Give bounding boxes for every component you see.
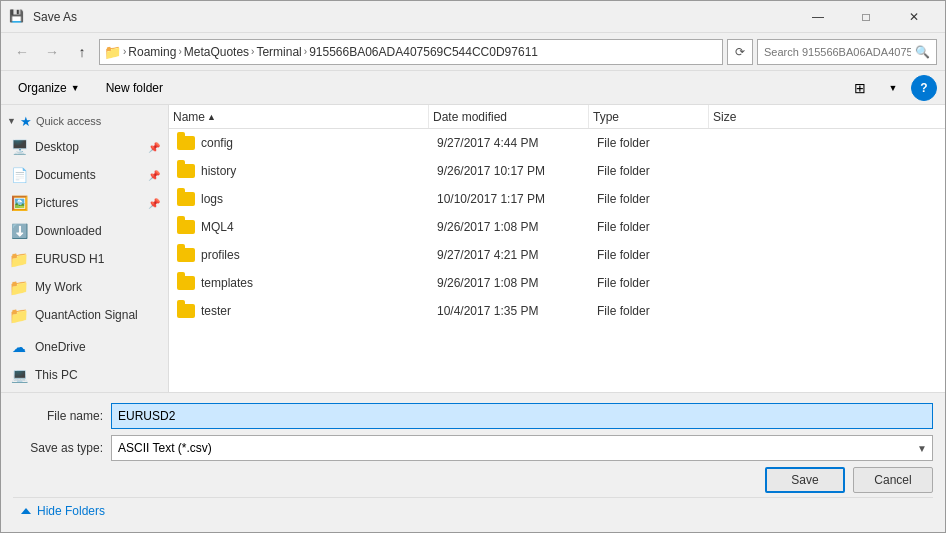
breadcrumb-id[interactable]: 915566BA06ADA407569C544CC0D97611: [309, 45, 538, 59]
view-button[interactable]: ⊞: [845, 75, 875, 101]
breadcrumb-id-label: 915566BA06ADA407569C544CC0D97611: [309, 45, 538, 59]
file-type-cell: File folder: [597, 136, 717, 150]
forward-button[interactable]: →: [39, 39, 65, 65]
hide-folders-row[interactable]: Hide Folders: [13, 497, 933, 524]
documents-pin-icon: 📌: [148, 170, 160, 181]
title-bar: 💾 Save As — □ ✕: [1, 1, 945, 33]
up-button[interactable]: ↑: [69, 39, 95, 65]
file-name-cell: logs: [177, 192, 437, 206]
file-type-cell: File folder: [597, 192, 717, 206]
folder-icon: [177, 304, 195, 318]
sidebar-downloaded-label: Downloaded: [35, 224, 102, 238]
sidebar-thispc-label: This PC: [35, 368, 78, 382]
close-button[interactable]: ✕: [891, 1, 937, 33]
file-list: Name ▲ Date modified Type Size config 9/…: [169, 105, 945, 392]
file-name-cell: MQL4: [177, 220, 437, 234]
breadcrumb-terminal[interactable]: Terminal: [256, 45, 301, 59]
table-row[interactable]: tester 10/4/2017 1:35 PM File folder: [169, 297, 945, 325]
toolbar: Organize ▼ New folder ⊞ ▼ ?: [1, 71, 945, 105]
table-row[interactable]: profiles 9/27/2017 4:21 PM File folder: [169, 241, 945, 269]
table-row[interactable]: config 9/27/2017 4:44 PM File folder: [169, 129, 945, 157]
quick-access-label: Quick access: [36, 115, 101, 127]
quick-access-star-icon: ★: [20, 114, 32, 129]
sidebar-item-documents[interactable]: 📄 Documents 📌: [1, 161, 168, 189]
search-input[interactable]: [764, 46, 911, 58]
hide-folders-label: Hide Folders: [37, 504, 105, 518]
onedrive-icon: ☁: [9, 337, 29, 357]
cancel-button[interactable]: Cancel: [853, 467, 933, 493]
minimize-button[interactable]: —: [795, 1, 841, 33]
column-size[interactable]: Size: [709, 105, 789, 128]
desktop-icon: 🖥️: [9, 137, 29, 157]
savetype-select[interactable]: ASCII Text (*.csv)CSV Files (*.csv)All F…: [111, 435, 933, 461]
sidebar-item-thispc[interactable]: 💻 This PC: [1, 361, 168, 389]
new-folder-label: New folder: [106, 81, 163, 95]
refresh-button[interactable]: ⟳: [727, 39, 753, 65]
breadcrumb[interactable]: 📁 › Roaming › MetaQuotes › Terminal › 91…: [99, 39, 723, 65]
sidebar-item-downloaded[interactable]: ⬇️ Downloaded: [1, 217, 168, 245]
bottom-area: File name: Save as type: ASCII Text (*.c…: [1, 392, 945, 532]
savetype-label: Save as type:: [13, 441, 103, 455]
file-date-cell: 9/27/2017 4:21 PM: [437, 248, 597, 262]
sidebar-item-desktop[interactable]: 🖥️ Desktop 📌: [1, 133, 168, 161]
sidebar-eurusd-label: EURUSD H1: [35, 252, 104, 266]
back-button[interactable]: ←: [9, 39, 35, 65]
mywork-folder-icon: 📁: [9, 277, 29, 297]
dialog-icon: 💾: [9, 9, 25, 25]
sidebar-item-onedrive[interactable]: ☁ OneDrive: [1, 333, 168, 361]
column-name[interactable]: Name ▲: [169, 105, 429, 128]
folder-icon: [177, 192, 195, 206]
sidebar-item-eurusd[interactable]: 📁 EURUSD H1: [1, 245, 168, 273]
table-row[interactable]: MQL4 9/26/2017 1:08 PM File folder: [169, 213, 945, 241]
column-date[interactable]: Date modified: [429, 105, 589, 128]
file-name-cell: config: [177, 136, 437, 150]
table-row[interactable]: templates 9/26/2017 1:08 PM File folder: [169, 269, 945, 297]
file-date-cell: 9/26/2017 1:08 PM: [437, 220, 597, 234]
breadcrumb-metaquotes[interactable]: MetaQuotes: [184, 45, 249, 59]
sidebar-item-quantaction[interactable]: 📁 QuantAction Signal: [1, 301, 168, 329]
file-list-header: Name ▲ Date modified Type Size: [169, 105, 945, 129]
address-bar: ← → ↑ 📁 › Roaming › MetaQuotes › Termina…: [1, 33, 945, 71]
view-dropdown-button[interactable]: ▼: [883, 75, 903, 101]
file-type-cell: File folder: [597, 220, 717, 234]
save-button[interactable]: Save: [765, 467, 845, 493]
new-folder-button[interactable]: New folder: [97, 75, 172, 101]
breadcrumb-icon-wrap: 📁: [104, 44, 121, 60]
file-type-cell: File folder: [597, 276, 717, 290]
folder-icon: [177, 248, 195, 262]
file-name-cell: profiles: [177, 248, 437, 262]
folder-icon: [177, 136, 195, 150]
breadcrumb-metaquotes-label: MetaQuotes: [184, 45, 249, 59]
file-date-cell: 10/10/2017 1:17 PM: [437, 192, 597, 206]
table-row[interactable]: logs 10/10/2017 1:17 PM File folder: [169, 185, 945, 213]
sidebar-documents-label: Documents: [35, 168, 96, 182]
sidebar-item-mywork[interactable]: 📁 My Work: [1, 273, 168, 301]
sidebar-quantaction-label: QuantAction Signal: [35, 308, 138, 322]
sidebar: ▼ ★ Quick access 🖥️ Desktop 📌 📄 Document…: [1, 105, 169, 392]
view-dropdown-icon: ▼: [889, 83, 898, 93]
filename-row: File name:: [13, 403, 933, 429]
save-as-dialog: 💾 Save As — □ ✕ ← → ↑ 📁 › Roaming › Meta…: [0, 0, 946, 533]
filename-input[interactable]: [111, 403, 933, 429]
file-date-cell: 10/4/2017 1:35 PM: [437, 304, 597, 318]
pictures-pin-icon: 📌: [148, 198, 160, 209]
documents-icon: 📄: [9, 165, 29, 185]
folder-icon: [177, 276, 195, 290]
breadcrumb-roaming[interactable]: Roaming: [128, 45, 176, 59]
sort-arrow-icon: ▲: [207, 112, 216, 122]
table-row[interactable]: history 9/26/2017 10:17 PM File folder: [169, 157, 945, 185]
sidebar-item-pictures[interactable]: 🖼️ Pictures 📌: [1, 189, 168, 217]
column-type[interactable]: Type: [589, 105, 709, 128]
dialog-title: Save As: [33, 10, 77, 24]
quick-access-header[interactable]: ▼ ★ Quick access: [1, 109, 168, 133]
search-box[interactable]: 🔍: [757, 39, 937, 65]
help-button[interactable]: ?: [911, 75, 937, 101]
sidebar-pictures-label: Pictures: [35, 196, 78, 210]
maximize-button[interactable]: □: [843, 1, 889, 33]
breadcrumb-roaming-label: Roaming: [128, 45, 176, 59]
sidebar-mywork-label: My Work: [35, 280, 82, 294]
sidebar-desktop-label: Desktop: [35, 140, 79, 154]
organize-button[interactable]: Organize ▼: [9, 75, 89, 101]
file-name-cell: templates: [177, 276, 437, 290]
file-type-cell: File folder: [597, 164, 717, 178]
